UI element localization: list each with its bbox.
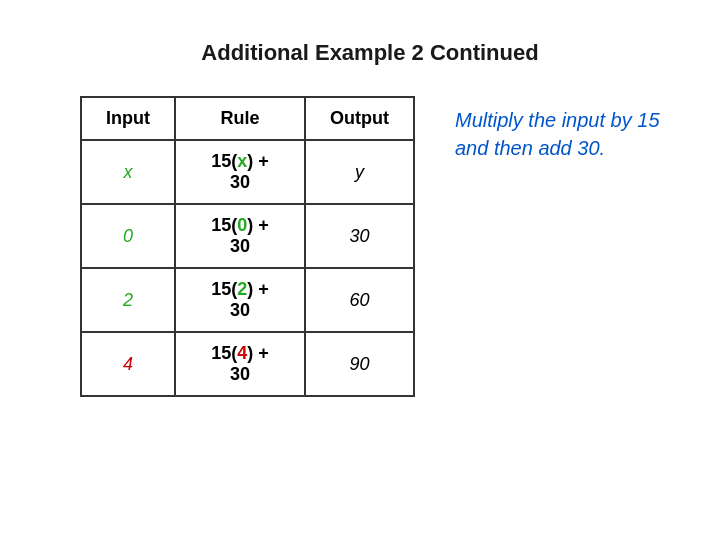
cell-output: 30 — [305, 204, 414, 268]
col-header-input: Input — [81, 97, 175, 140]
content-row: Input Rule Output x15(x) + 30y015(0) + 3… — [80, 96, 660, 397]
cell-rule: 15(4) + 30 — [175, 332, 305, 396]
page-title: Additional Example 2 Continued — [201, 40, 538, 66]
page: Additional Example 2 Continued Input Rul… — [0, 0, 720, 540]
col-header-rule: Rule — [175, 97, 305, 140]
cell-rule: 15(0) + 30 — [175, 204, 305, 268]
col-header-output: Output — [305, 97, 414, 140]
cell-output: 60 — [305, 268, 414, 332]
cell-output: 90 — [305, 332, 414, 396]
cell-output: y — [305, 140, 414, 204]
table-row: 215(2) + 3060 — [81, 268, 414, 332]
cell-input: 4 — [81, 332, 175, 396]
cell-input: 0 — [81, 204, 175, 268]
table-row: x15(x) + 30y — [81, 140, 414, 204]
cell-input: 2 — [81, 268, 175, 332]
cell-input: x — [81, 140, 175, 204]
cell-rule: 15(2) + 30 — [175, 268, 305, 332]
table-row: 015(0) + 3030 — [81, 204, 414, 268]
table-row: 415(4) + 3090 — [81, 332, 414, 396]
rule-table: Input Rule Output x15(x) + 30y015(0) + 3… — [80, 96, 415, 397]
cell-rule: 15(x) + 30 — [175, 140, 305, 204]
side-description: Multiply the input by 15 and then add 30… — [455, 106, 660, 162]
